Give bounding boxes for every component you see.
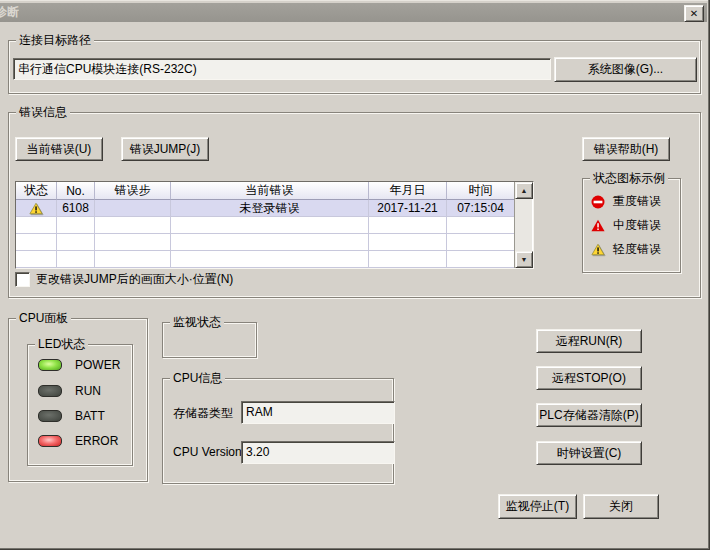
status-icon-legend-group: 状态图标示例 重度错误 中度错误 — [582, 178, 681, 273]
header-date: 年月日 — [369, 182, 447, 200]
led-status-group-label: LED状态 — [35, 337, 88, 351]
resize-checkbox-row: 更改错误JUMP后的画面大小·位置(N) — [15, 271, 233, 288]
cpu-panel-group-label: CPU面板 — [16, 311, 71, 325]
connection-path-group: 连接目标路径 串行通信CPU模块连接(RS-232C) 系统图像(G)... — [8, 40, 701, 94]
header-error-step: 错误步 — [95, 182, 171, 200]
power-led-label: POWER — [75, 358, 120, 372]
led-row-error: ERROR — [38, 435, 118, 447]
monitor-status-group-label: 监视状态 — [170, 315, 224, 329]
yellow-warning-triangle-icon — [591, 243, 605, 256]
led-status-group: LED状态 POWER RUN BATT ERROR — [27, 344, 133, 466]
table-row[interactable] — [16, 251, 514, 268]
run-led-icon — [38, 385, 62, 397]
led-row-power: POWER — [38, 359, 120, 371]
power-led-icon — [38, 359, 62, 371]
close-button[interactable]: 关闭 — [583, 494, 659, 519]
title-bar[interactable]: 诊断 — [0, 3, 707, 22]
table-row[interactable] — [16, 217, 514, 234]
error-table: 状态 No. 错误步 当前错误 年月日 时间 6108 — [15, 181, 534, 269]
yellow-warning-triangle-icon — [29, 202, 43, 215]
current-error-cell: 未登录错误 — [171, 200, 369, 217]
header-current-error: 当前错误 — [171, 182, 369, 200]
table-row[interactable] — [16, 234, 514, 251]
close-icon[interactable]: ✕ — [684, 5, 704, 22]
batt-led-icon — [38, 410, 62, 422]
legend-moderate-label: 中度错误 — [613, 217, 661, 234]
memory-type-label: 存储器类型 — [173, 405, 233, 422]
error-led-label: ERROR — [75, 434, 118, 448]
cpu-version-field[interactable]: 3.20 — [241, 441, 395, 464]
window-title: 诊断 — [0, 4, 19, 21]
connection-path-group-label: 连接目标路径 — [16, 33, 94, 47]
resize-checkbox[interactable] — [15, 272, 30, 287]
resize-checkbox-label: 更改错误JUMP后的画面大小·位置(N) — [36, 271, 233, 288]
led-row-batt: BATT — [38, 410, 105, 422]
remote-stop-button[interactable]: 远程STOP(O) — [536, 366, 642, 390]
current-error-button[interactable]: 当前错误(U) — [15, 137, 103, 161]
memory-type-field[interactable]: RAM — [241, 401, 395, 424]
no-entry-icon — [591, 195, 605, 209]
header-status: 状态 — [16, 182, 57, 200]
legend-item-severe: 重度错误 — [591, 193, 661, 210]
legend-severe-label: 重度错误 — [613, 193, 661, 210]
error-jump-button[interactable]: 错误JUMP(J) — [121, 137, 209, 161]
cpu-info-group: CPU信息 存储器类型 RAM CPU Version 3.20 — [162, 378, 394, 484]
run-led-label: RUN — [75, 384, 101, 398]
table-scrollbar[interactable]: ▲ ▼ — [514, 182, 532, 268]
connection-path-field[interactable]: 串行通信CPU模块连接(RS-232C) — [13, 58, 551, 80]
error-date-cell: 2017-11-21 — [369, 200, 447, 217]
error-table-header: 状态 No. 错误步 当前错误 年月日 时间 — [16, 182, 514, 200]
red-warning-triangle-icon — [591, 219, 605, 232]
legend-item-light: 轻度错误 — [591, 241, 661, 258]
table-row[interactable]: 6108 未登录错误 2017-11-21 07:15:04 — [16, 200, 514, 217]
status-icon-legend-label: 状态图标示例 — [590, 171, 668, 185]
error-step-cell — [95, 200, 171, 217]
header-time: 时间 — [447, 182, 514, 200]
error-led-icon — [38, 435, 62, 447]
error-time-cell: 07:15:04 — [447, 200, 514, 217]
error-info-group-label: 错误信息 — [16, 105, 70, 119]
diagnostics-dialog: 诊断 ✕ 连接目标路径 串行通信CPU模块连接(RS-232C) 系统图像(G)… — [0, 0, 710, 550]
legend-item-moderate: 中度错误 — [591, 217, 661, 234]
error-table-body: 状态 No. 错误步 当前错误 年月日 时间 6108 — [16, 182, 514, 268]
scroll-down-icon[interactable]: ▼ — [515, 251, 533, 268]
system-image-button[interactable]: 系统图像(G)... — [554, 57, 697, 82]
cpu-version-label: CPU Version — [173, 445, 242, 459]
error-info-group: 错误信息 当前错误(U) 错误JUMP(J) 错误帮助(H) 状态 No. 错误… — [8, 112, 701, 298]
cpu-info-group-label: CPU信息 — [170, 371, 225, 385]
clock-setting-button[interactable]: 时钟设置(C) — [536, 441, 642, 465]
plc-memory-clear-button[interactable]: PLC存储器清除(P) — [536, 403, 642, 427]
scroll-up-icon[interactable]: ▲ — [515, 182, 533, 199]
remote-run-button[interactable]: 远程RUN(R) — [536, 329, 642, 353]
legend-light-label: 轻度错误 — [613, 241, 661, 258]
cpu-panel-group: CPU面板 LED状态 POWER RUN BATT ERROR — [8, 318, 148, 482]
led-row-run: RUN — [38, 385, 101, 397]
error-no-cell: 6108 — [57, 200, 95, 217]
status-cell — [16, 200, 57, 217]
monitor-status-group: 监视状态 — [162, 322, 257, 358]
error-help-button[interactable]: 错误帮助(H) — [582, 137, 670, 161]
batt-led-label: BATT — [75, 409, 105, 423]
header-no: No. — [57, 182, 95, 200]
monitor-stop-button[interactable]: 监视停止(T) — [498, 494, 577, 519]
